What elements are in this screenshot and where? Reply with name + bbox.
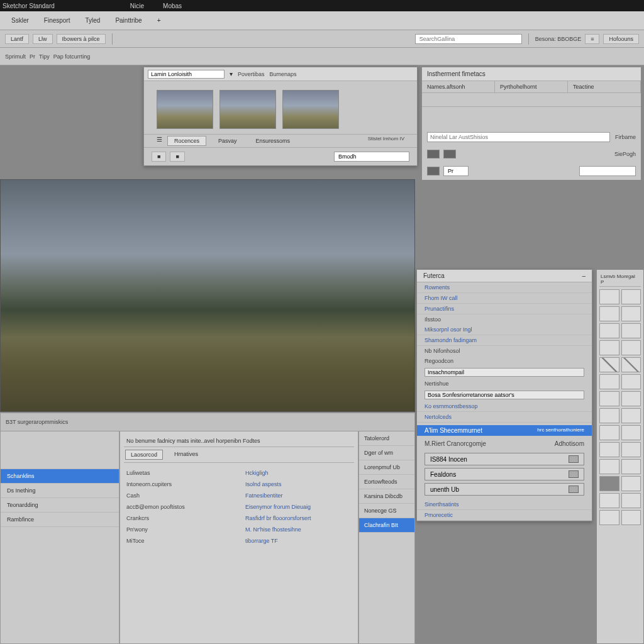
sect-nerto[interactable]: Nertolceds (417, 412, 592, 423)
list-item[interactable]: Nonecge GS (359, 504, 414, 518)
prop-val[interactable]: Isolnd aspests (245, 479, 352, 489)
tool-6[interactable] (621, 323, 641, 338)
ninelal-input[interactable] (427, 132, 610, 142)
sect-fhom[interactable]: Fhom IW call (417, 293, 592, 304)
sect-shamon[interactable]: Shamondn fadingam (417, 335, 592, 346)
list-item[interactable]: Lorenpmuf Ub (359, 460, 414, 475)
opt-pap[interactable]: Pap fotcurrting (53, 53, 91, 60)
menu-painttribe[interactable]: Painttribe (109, 14, 148, 26)
tool-22[interactable] (621, 476, 641, 491)
tool-line2[interactable] (621, 357, 641, 372)
search-input[interactable] (415, 34, 522, 44)
list-item[interactable]: Karsina Dibcdb (359, 489, 414, 504)
thumbnail-title-input[interactable] (148, 70, 225, 79)
prop-val[interactable]: Rasfidrf br flooororsforsert (245, 513, 352, 523)
tool-25[interactable] (599, 510, 619, 525)
tab-ensure[interactable]: Ensuressoms (249, 136, 297, 146)
color-swatch-2[interactable] (443, 150, 456, 158)
table-row[interactable] (422, 93, 641, 107)
tab-hrnatives[interactable]: Hrnatives (169, 450, 203, 460)
pr-input[interactable] (443, 166, 469, 176)
list-item[interactable]: Tatolerord (359, 431, 414, 446)
tool-3[interactable] (599, 306, 619, 321)
btn-hofoouns[interactable]: Hofoouns (603, 34, 639, 44)
tab-recents[interactable]: Rocences (167, 136, 206, 146)
tool-1[interactable] (599, 289, 619, 304)
tool-11[interactable] (599, 391, 619, 406)
bottom-icon-1[interactable]: ■ (152, 152, 166, 162)
prop-val[interactable]: tiborrarge TF (245, 536, 352, 546)
color-swatch-1[interactable] (427, 150, 440, 158)
sect-misor[interactable]: Miksorpnl osor Ingl (417, 325, 592, 335)
chevron-down-icon[interactable]: ▾ (230, 70, 233, 77)
list-item-selected[interactable]: Schanklins (1, 469, 119, 484)
tool-20[interactable] (621, 459, 641, 474)
btn-menu-icon[interactable]: ≡ (585, 34, 599, 44)
opt-tipy[interactable]: Tipy (39, 53, 50, 60)
tab-laosorcod[interactable]: Laosorcod (125, 450, 163, 460)
list-item[interactable]: Teonardding (1, 498, 119, 513)
menu-finesport[interactable]: Finesport (38, 14, 77, 26)
tool-9[interactable] (599, 374, 619, 389)
tool-2[interactable] (621, 289, 641, 304)
list-item-selected[interactable]: Clachrafin BIt (359, 518, 414, 533)
tool-17[interactable] (599, 442, 619, 457)
btn-llw[interactable]: Llw (33, 34, 53, 44)
list-item[interactable] (1, 431, 119, 469)
sect-rownents[interactable]: Rownents (417, 282, 592, 293)
prop-val[interactable]: Fatnesibentiter (245, 491, 352, 501)
highlight-row[interactable]: A'lim Shecemmurnethrc senthonsthoniere (417, 425, 592, 436)
image-canvas[interactable] (0, 179, 415, 412)
btn-lantf[interactable]: Lantf (5, 34, 29, 44)
list-item[interactable]: Rambfince (1, 513, 119, 527)
sect-prunac[interactable]: Prunactifins (417, 304, 592, 314)
tool-24[interactable] (621, 493, 641, 508)
tool-21[interactable] (599, 476, 619, 491)
tool-16[interactable] (621, 425, 641, 440)
tab-povertibas[interactable]: Povertibas (238, 71, 265, 77)
bmodh-input[interactable] (334, 152, 409, 162)
tool-13[interactable] (599, 408, 619, 423)
col-pyrtho[interactable]: Pyrthohelhornt (495, 81, 568, 92)
thumbnail-3[interactable] (282, 90, 339, 129)
panel-icon[interactable]: ☰ (157, 136, 162, 146)
sect-sinerth[interactable]: Sinerthsatints (417, 499, 592, 510)
tool-18[interactable] (621, 442, 641, 457)
tool-7[interactable] (599, 340, 619, 355)
sect-kdes[interactable]: Ko esrnmonstbessop (417, 401, 592, 412)
tool-line[interactable] (599, 357, 619, 372)
btn-inocen[interactable]: IS884 Inocen (425, 453, 584, 465)
title-menu-1[interactable]: Nicie (130, 3, 144, 9)
btn-ibowers[interactable]: Ibowers à pilce (57, 34, 106, 44)
tab-pasvay[interactable]: Pasvay (211, 136, 244, 146)
opt-sprimult[interactable]: Sprimult (5, 53, 26, 60)
menu-plus[interactable]: + (151, 14, 167, 26)
bosa-input[interactable] (425, 391, 584, 399)
tool-26[interactable] (621, 510, 641, 525)
title-menu-2[interactable]: Mobas (163, 3, 182, 9)
right-input[interactable] (579, 166, 636, 176)
btn-unenth[interactable]: unenth Ub (425, 483, 584, 496)
col-names[interactable]: Names.aftsonh (422, 81, 495, 92)
color-swatch-3[interactable] (427, 167, 440, 175)
menu-sskler[interactable]: Sskler (5, 14, 35, 26)
tool-10[interactable] (621, 374, 641, 389)
tool-15[interactable] (599, 425, 619, 440)
tool-23[interactable] (599, 493, 619, 508)
tool-14[interactable] (621, 408, 641, 423)
tool-4[interactable] (621, 306, 641, 321)
btn-fealdons[interactable]: Fealdons (425, 468, 584, 480)
menu-tyled[interactable]: Tyled (79, 14, 106, 26)
thumbnail-2[interactable] (219, 90, 276, 129)
tool-19[interactable] (599, 459, 619, 474)
opt-pr[interactable]: Pr (30, 53, 35, 60)
tool-12[interactable] (621, 391, 641, 406)
prop-val[interactable]: M. Nr'hise fhostesihne (245, 525, 352, 535)
prop-val[interactable]: Eisenymor frorum Dieuaig (245, 502, 352, 512)
tool-8[interactable] (621, 340, 641, 355)
list-item[interactable]: Eortowfteods (359, 475, 414, 489)
insachn-input[interactable] (425, 368, 584, 377)
list-item[interactable]: Ds Inething (1, 484, 119, 498)
col-teactine[interactable]: Teactine (568, 81, 641, 92)
list-item[interactable]: Dger of wm (359, 446, 414, 460)
